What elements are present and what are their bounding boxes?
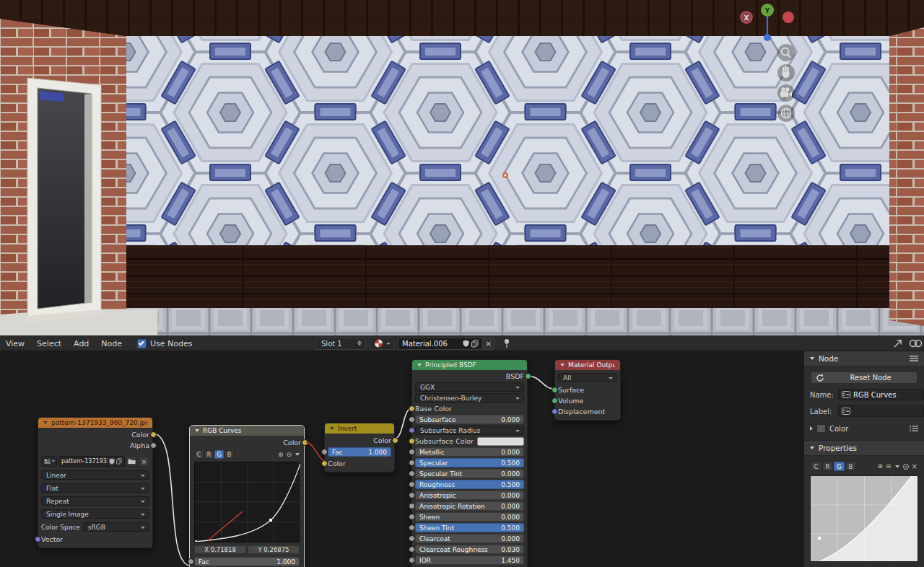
curve-control-point[interactable] [269, 519, 272, 522]
node-principled-bsdf[interactable]: Principled BSDF BSDF GGX Christensen-Bur… [411, 359, 528, 567]
panel-menu-icon[interactable] [910, 355, 918, 362]
fake-user-shield-icon[interactable] [109, 458, 115, 465]
socket-base-color-input[interactable] [409, 405, 415, 412]
curve-point-x-field[interactable]: X 0.71818 [194, 545, 246, 554]
unlink-image-button[interactable]: × [139, 456, 149, 467]
socket-specular-input[interactable] [409, 460, 415, 466]
node-rgb-curves-header[interactable]: RGB Curves [190, 426, 304, 436]
menu-node[interactable]: Node [101, 339, 122, 348]
color-space-dropdown[interactable]: sRGB [83, 522, 149, 532]
slot-selector[interactable]: Slot 1 [315, 338, 366, 350]
subsurface-color-swatch[interactable] [477, 437, 524, 446]
socket-clearcoat-input[interactable] [409, 535, 415, 542]
clipping-icon[interactable] [903, 464, 909, 470]
open-image-button[interactable] [126, 456, 137, 467]
properties-panel-header[interactable]: Properties [804, 441, 924, 456]
sidebar-channel-g-button[interactable]: G [834, 462, 845, 471]
list-icon[interactable] [910, 425, 918, 432]
gizmo-x-pos-ball[interactable] [783, 12, 794, 23]
channel-c-button[interactable]: C [194, 450, 204, 459]
duplicate-image-icon[interactable] [116, 458, 122, 465]
curves-fac-slider[interactable]: Fac 1.000 [194, 557, 300, 566]
socket-subsurface-color-input[interactable] [409, 438, 415, 444]
zoom-out-icon[interactable]: ⊖ [886, 463, 892, 470]
node-image-texture-header[interactable]: pattern-1371933_960_720.jpg [38, 418, 152, 428]
subsurface-method-dropdown[interactable]: Christensen-Burley [415, 393, 524, 403]
socket-curves-color-output[interactable] [302, 439, 308, 446]
distribution-dropdown[interactable]: GGX [415, 382, 524, 392]
curve-tools-dropdown-icon[interactable] [895, 465, 899, 468]
node-color-swatch[interactable] [816, 424, 826, 433]
socket-image-color-output[interactable] [150, 431, 157, 438]
node-image-texture[interactable]: pattern-1371933_960_720.jpg Color Alpha … [38, 417, 153, 548]
fake-user-shield-icon[interactable] [463, 340, 469, 347]
node-panel-header[interactable]: Node [804, 351, 924, 366]
curve-point-y-field[interactable]: Y 0.26875 [248, 545, 300, 554]
go-parent-icon[interactable] [892, 338, 903, 349]
delete-point-icon[interactable]: × [912, 463, 918, 470]
metallic-slider[interactable]: Metallic0.000 [415, 447, 524, 457]
socket-bsdf-output[interactable] [525, 373, 531, 379]
sheen-tint-slider[interactable]: Sheen Tint0.500 [415, 523, 524, 532]
sidebar-curve-point[interactable] [818, 537, 821, 540]
image-browse-button[interactable] [41, 456, 57, 467]
pan-hand-icon[interactable] [777, 64, 795, 82]
node-principled-header[interactable]: Principled BSDF [412, 360, 527, 370]
socket-specular-tint-input[interactable] [409, 470, 415, 477]
image-name-field[interactable]: pattern-1371933... [58, 456, 125, 467]
socket-clearcoat-roughness-input[interactable] [409, 546, 415, 553]
extension-dropdown[interactable]: Repeat [41, 496, 149, 506]
curve-tools-dropdown-icon[interactable] [295, 453, 300, 456]
sidebar-channel-b-button[interactable]: B [845, 462, 856, 471]
use-nodes-checkbox[interactable] [137, 339, 147, 348]
ior-slider[interactable]: IOR1.450 [415, 555, 524, 565]
curve-editor-widget[interactable] [194, 462, 300, 542]
socket-sheen-input[interactable] [409, 514, 415, 520]
menu-view[interactable]: View [6, 339, 25, 348]
sidebar-channel-r-button[interactable]: R [822, 462, 833, 471]
grid-sphere-icon[interactable] [777, 105, 795, 122]
socket-subsurface-input[interactable] [409, 416, 415, 423]
socket-displacement-input[interactable] [552, 408, 558, 415]
socket-invert-color-input[interactable] [321, 460, 328, 467]
pin-icon[interactable] [502, 338, 511, 348]
specular-tint-slider[interactable]: Specular Tint0.000 [415, 469, 524, 478]
zoom-icon[interactable] [777, 44, 795, 61]
clearcoat-slider[interactable]: Clearcoat0.000 [415, 534, 524, 543]
sheen-slider[interactable]: Sheen0.000 [415, 512, 524, 522]
sidebar-channel-c-button[interactable]: C [811, 462, 821, 471]
socket-anisotropic-input[interactable] [409, 492, 415, 498]
menu-add[interactable]: Add [74, 339, 89, 348]
use-nodes-toggle[interactable]: Use Nodes [137, 339, 193, 348]
channel-g-button[interactable]: G [214, 450, 224, 459]
camera-view-icon[interactable] [777, 84, 795, 102]
socket-surface-input[interactable] [552, 387, 558, 393]
material-browse-button[interactable] [370, 338, 394, 350]
linked-scenes-icon[interactable] [909, 338, 923, 348]
zoom-in-icon[interactable]: ⊕ [878, 463, 884, 470]
menu-select[interactable]: Select [37, 339, 61, 348]
projection-dropdown[interactable]: Flat [41, 483, 149, 493]
roughness-slider[interactable]: Roughness0.500 [415, 480, 524, 489]
node-color-row[interactable]: Color [810, 423, 918, 434]
gizmo-z-ball[interactable] [764, 34, 771, 41]
reset-node-button[interactable]: Reset Node [811, 372, 918, 384]
socket-volume-input[interactable] [552, 397, 558, 404]
specular-slider[interactable]: Specular0.500 [415, 458, 524, 467]
duplicate-material-icon[interactable] [471, 340, 479, 348]
interpolation-dropdown[interactable]: Linear [41, 470, 149, 480]
socket-sheen-tint-input[interactable] [409, 524, 415, 531]
output-target-dropdown[interactable]: All [558, 373, 617, 382]
channel-b-button[interactable]: B [225, 450, 234, 459]
unlink-material-button[interactable]: × [483, 338, 494, 350]
shader-node-editor[interactable]: pattern-1371933_960_720.jpg Color Alpha … [0, 351, 803, 567]
socket-ior-input[interactable] [409, 557, 415, 563]
socket-roughness-input[interactable] [409, 481, 415, 488]
socket-curves-fac-input[interactable] [188, 558, 194, 565]
zoom-out-icon[interactable]: ⊖ [286, 452, 292, 458]
clearcoat-roughness-slider[interactable]: Clearcoat Roughness0.030 [415, 545, 524, 554]
node-name-field[interactable]: RGB Curves [838, 389, 924, 400]
viewport-3d[interactable]: X Y [0, 0, 924, 335]
source-dropdown[interactable]: Single Image [41, 509, 149, 519]
node-rgb-curves[interactable]: RGB Curves Color C R G B ⊕ ⊖ [189, 425, 305, 567]
